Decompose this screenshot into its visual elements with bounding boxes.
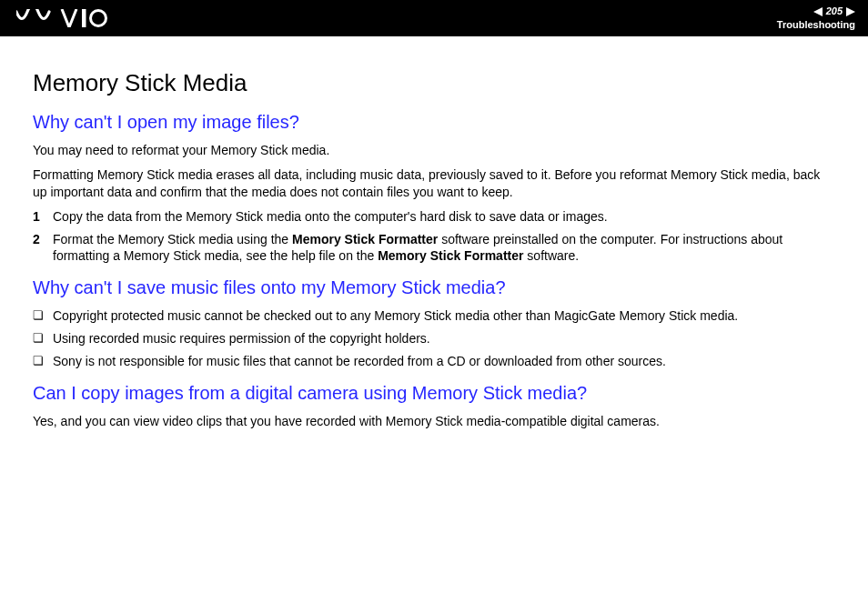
page-title: Memory Stick Media: [33, 69, 835, 97]
question-heading: Why can't I save music files onto my Mem…: [33, 277, 835, 298]
body-text: Yes, and you can view video clips that y…: [33, 413, 835, 430]
step-number: 2: [33, 231, 53, 266]
bullet-text: Using recorded music requires permission…: [53, 330, 835, 347]
page-content: Memory Stick Media Why can't I open my i…: [0, 36, 868, 430]
prev-page-icon[interactable]: [813, 7, 823, 16]
list-item: ❏Sony is not responsible for music files…: [33, 353, 835, 370]
numbered-list: 1 Copy the data from the Memory Stick me…: [33, 208, 835, 266]
header-right: 205 Troubleshooting: [777, 5, 855, 30]
bullet-text: Copyright protected music cannot be chec…: [53, 307, 835, 325]
next-page-icon[interactable]: [846, 7, 855, 16]
bullet-icon: ❏: [33, 353, 53, 370]
bullet-icon: ❏: [33, 307, 53, 325]
list-item: 1 Copy the data from the Memory Stick me…: [33, 208, 835, 226]
page-nav: 205: [777, 5, 855, 17]
bullet-icon: ❏: [33, 330, 53, 347]
body-text: Formatting Memory Stick media erases all…: [33, 166, 835, 201]
page-number: 205: [826, 5, 843, 17]
section-label: Troubleshooting: [777, 19, 855, 31]
list-item: 2 Format the Memory Stick media using th…: [33, 231, 835, 266]
body-text: You may need to reformat your Memory Sti…: [33, 142, 835, 159]
svg-rect-0: [82, 9, 86, 27]
header-bar: 205 Troubleshooting: [0, 0, 868, 36]
svg-point-1: [91, 11, 106, 26]
bullet-text: Sony is not responsible for music files …: [53, 353, 835, 370]
bullet-list: ❏Copyright protected music cannot be che…: [33, 307, 835, 370]
question-heading: Can I copy images from a digital camera …: [33, 383, 835, 404]
step-text: Format the Memory Stick media using the …: [53, 231, 835, 266]
vaio-logo: [16, 9, 107, 27]
step-text: Copy the data from the Memory Stick medi…: [53, 208, 835, 226]
list-item: ❏Using recorded music requires permissio…: [33, 330, 835, 347]
list-item: ❏Copyright protected music cannot be che…: [33, 307, 835, 325]
question-heading: Why can't I open my image files?: [33, 112, 835, 133]
step-number: 1: [33, 208, 53, 226]
